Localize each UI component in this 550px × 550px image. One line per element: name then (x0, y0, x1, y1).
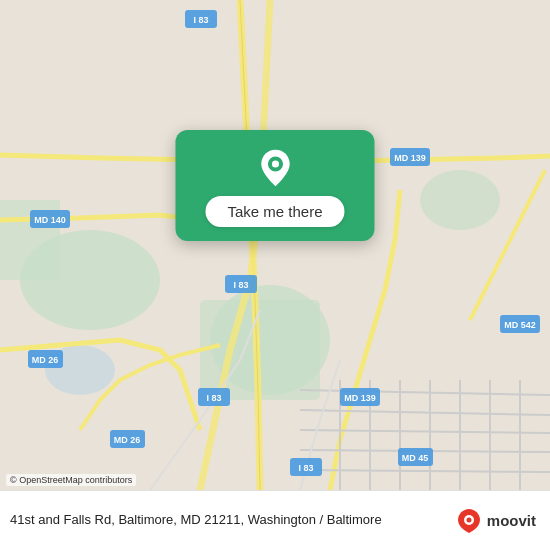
svg-text:MD 139: MD 139 (394, 153, 426, 163)
location-pin-icon (255, 148, 295, 188)
svg-text:I 83: I 83 (193, 15, 208, 25)
moovit-label: moovit (487, 513, 536, 528)
svg-point-4 (420, 170, 500, 230)
osm-credit: © OpenStreetMap contributors (6, 474, 136, 486)
svg-text:I 83: I 83 (298, 463, 313, 473)
svg-text:MD 542: MD 542 (504, 320, 536, 330)
address-label: 41st and Falls Rd, Baltimore, MD 21211, … (10, 511, 455, 529)
take-me-there-button[interactable]: Take me there (205, 196, 344, 227)
map-background: I 83 MD 139 MD 139 MD 139 MD 140 MD 26 M… (0, 0, 550, 490)
svg-text:I 83: I 83 (206, 393, 221, 403)
svg-text:MD 26: MD 26 (32, 355, 59, 365)
location-popup: Take me there (175, 130, 374, 241)
svg-text:MD 45: MD 45 (402, 453, 429, 463)
bottom-bar: 41st and Falls Rd, Baltimore, MD 21211, … (0, 490, 550, 550)
moovit-icon (455, 507, 483, 535)
svg-point-46 (271, 160, 278, 167)
svg-point-48 (466, 517, 471, 522)
svg-text:I 83: I 83 (233, 280, 248, 290)
moovit-logo: moovit (455, 507, 536, 535)
svg-text:MD 140: MD 140 (34, 215, 66, 225)
svg-text:MD 139: MD 139 (344, 393, 376, 403)
svg-text:MD 26: MD 26 (114, 435, 141, 445)
map-view: I 83 MD 139 MD 139 MD 139 MD 140 MD 26 M… (0, 0, 550, 490)
